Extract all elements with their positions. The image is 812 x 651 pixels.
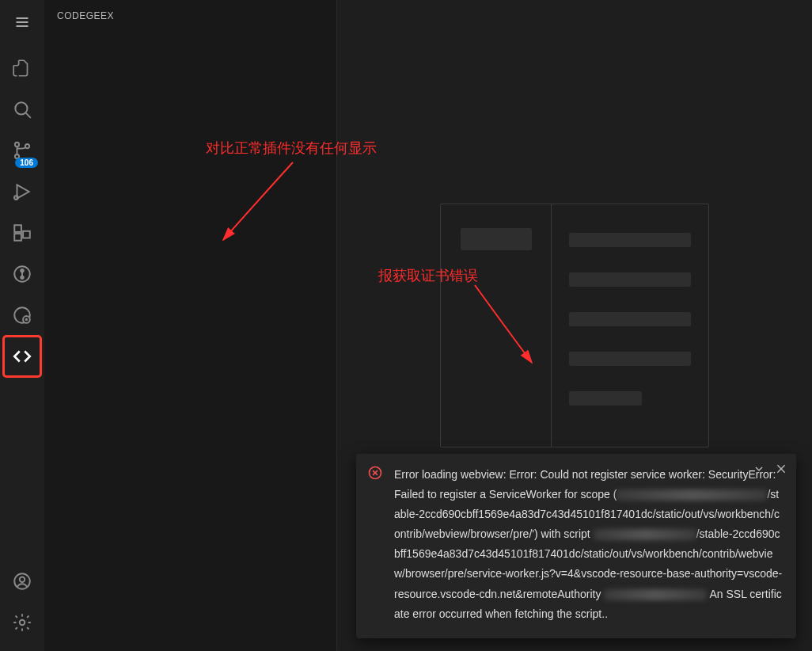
error-icon	[367, 465, 383, 481]
panel-title: CODEGEEX	[44, 0, 336, 32]
notification-message: Error loading webview: Error: Could not …	[394, 465, 784, 625]
svg-rect-12	[23, 231, 30, 238]
extensions-icon[interactable]	[3, 212, 41, 253]
redacted-host-1	[617, 489, 767, 501]
notification-close-button[interactable]	[774, 462, 788, 476]
svg-rect-11	[14, 234, 21, 241]
notification-collapse-button[interactable]	[752, 462, 766, 476]
redacted-host-3	[604, 589, 707, 600]
svg-line-4	[26, 113, 31, 118]
svg-point-15	[21, 276, 23, 279]
codegeex-icon[interactable]	[3, 336, 41, 377]
panel-body-empty	[44, 32, 336, 651]
redacted-host-2	[594, 529, 696, 540]
activity-bar: 106	[0, 0, 44, 651]
svg-marker-8	[17, 185, 29, 198]
menu-icon[interactable]	[6, 6, 38, 38]
search-icon[interactable]	[3, 89, 41, 130]
svg-point-9	[14, 196, 18, 200]
files-icon[interactable]	[3, 48, 41, 89]
svg-point-20	[20, 620, 25, 626]
git-graph-icon[interactable]	[3, 253, 41, 295]
accounts-icon[interactable]	[3, 561, 41, 602]
svg-point-7	[25, 144, 29, 148]
settings-gear-icon[interactable]	[3, 602, 41, 643]
svg-point-19	[20, 577, 25, 583]
svg-point-3	[15, 102, 27, 114]
editor-placeholder-icon	[440, 204, 709, 447]
svg-point-14	[21, 269, 23, 272]
run-debug-icon[interactable]	[3, 171, 41, 212]
svg-point-5	[15, 143, 19, 147]
source-control-badge: 106	[15, 158, 38, 168]
svg-rect-10	[14, 225, 21, 232]
side-panel: CODEGEEX	[44, 0, 337, 651]
error-notification: Error loading webview: Error: Could not …	[356, 454, 796, 639]
source-control-icon[interactable]: 106	[3, 130, 41, 171]
remote-explorer-icon[interactable]	[3, 295, 41, 336]
